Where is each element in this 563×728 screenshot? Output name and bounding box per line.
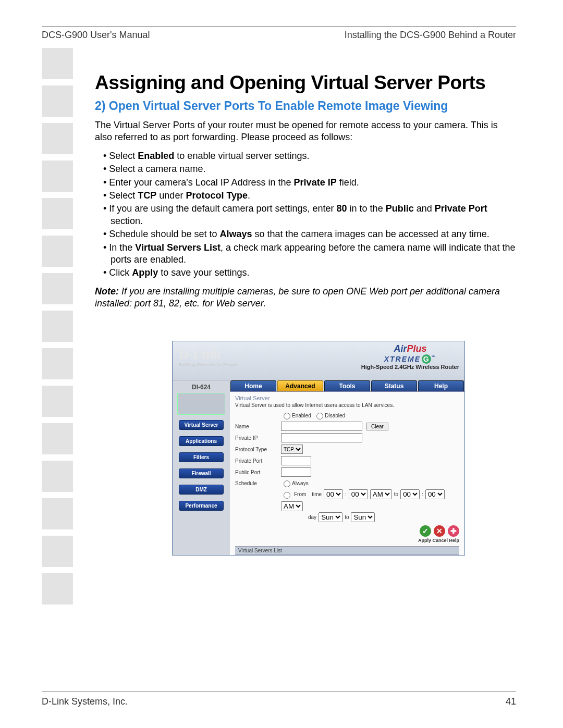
side-btn-performance[interactable]: Performance bbox=[179, 501, 224, 511]
instruction-list: Select Enabled to enable virtual server … bbox=[95, 150, 516, 279]
protocol-label: Protocol Type bbox=[235, 447, 281, 452]
side-btn-virtual-server[interactable]: Virtual Server bbox=[179, 420, 224, 430]
router-model: DI-624 bbox=[177, 384, 226, 391]
router-image bbox=[177, 393, 225, 415]
day-from[interactable]: Sun bbox=[319, 512, 342, 522]
panel-title: Virtual Server bbox=[235, 395, 459, 401]
list-item: Select a camera name. bbox=[111, 163, 516, 175]
vsl-columns: Name Private IP Protocol Schedule bbox=[235, 555, 459, 556]
help-label: Help bbox=[449, 538, 459, 543]
tab-home[interactable]: Home bbox=[230, 380, 276, 391]
radio-disabled[interactable] bbox=[316, 413, 323, 419]
tab-status[interactable]: Status bbox=[371, 380, 417, 391]
help-icon[interactable]: ✚ bbox=[448, 525, 459, 537]
from-hour[interactable]: 00 bbox=[324, 489, 343, 499]
page-number: 41 bbox=[506, 696, 516, 707]
tab-tools[interactable]: Tools bbox=[324, 380, 370, 391]
section-heading: 2) Open Virtual Server Ports To Enable R… bbox=[95, 99, 516, 113]
day-to[interactable]: Sun bbox=[351, 512, 375, 522]
vsl-title: Virtual Servers List bbox=[235, 546, 459, 555]
from-min[interactable]: 00 bbox=[349, 489, 368, 499]
to-hour[interactable]: 00 bbox=[400, 489, 420, 499]
footer-left: D-Link Systems, Inc. bbox=[42, 696, 128, 707]
list-item: In the Virtual Servers List, a check mar… bbox=[111, 242, 516, 266]
decorative-squares bbox=[42, 48, 73, 604]
side-btn-firewall[interactable]: Firewall bbox=[179, 468, 224, 478]
list-item: Schedule should be set to Always so that… bbox=[111, 228, 516, 240]
cancel-icon[interactable]: ✕ bbox=[434, 525, 445, 537]
panel-description: Virtual Server is used to allow Internet… bbox=[235, 402, 459, 408]
router-sidebar: DI-624 Virtual Server Applications Filte… bbox=[173, 380, 230, 556]
private-ip-label: Private IP bbox=[235, 435, 281, 441]
radio-always[interactable] bbox=[284, 480, 290, 487]
intro-paragraph: The Virtual Server Ports of your router … bbox=[95, 119, 516, 144]
to-ampm[interactable]: AM bbox=[281, 501, 303, 511]
tab-help[interactable]: Help bbox=[418, 380, 464, 391]
from-ampm[interactable]: AM bbox=[370, 489, 392, 499]
product-brand: AirPlus XTREMEG™ High-Speed 2.4GHz Wirel… bbox=[361, 343, 459, 370]
header-right: Installing the DCS-G900 Behind a Router bbox=[345, 30, 516, 41]
side-btn-applications[interactable]: Applications bbox=[179, 436, 224, 446]
private-port-input[interactable] bbox=[281, 456, 311, 465]
list-item: Select Enabled to enable virtual server … bbox=[111, 150, 516, 162]
router-screenshot: D-Link Building Networks for People AirP… bbox=[172, 341, 465, 556]
private-port-label: Private Port bbox=[235, 458, 281, 464]
page-title: Assigning and Opening Virtual Server Por… bbox=[95, 72, 516, 94]
name-input[interactable] bbox=[281, 422, 362, 431]
public-port-input[interactable] bbox=[281, 467, 311, 477]
note-paragraph: Note: If you are installing multiple cam… bbox=[95, 286, 516, 310]
to-min[interactable]: 00 bbox=[425, 489, 445, 499]
side-btn-dmz[interactable]: DMZ bbox=[179, 485, 224, 495]
list-item: Select TCP under Protocol Type. bbox=[111, 190, 516, 202]
cancel-label: Cancel bbox=[432, 538, 448, 543]
radio-from[interactable] bbox=[284, 492, 290, 499]
tab-advanced[interactable]: Advanced bbox=[277, 380, 323, 391]
protocol-select[interactable]: TCP bbox=[281, 445, 303, 454]
side-btn-filters[interactable]: Filters bbox=[179, 452, 224, 462]
name-label: Name bbox=[235, 424, 281, 429]
list-item: Click Apply to save your settings. bbox=[111, 267, 516, 279]
apply-icon[interactable]: ✓ bbox=[420, 525, 431, 537]
list-item: If you are using the default camera port… bbox=[111, 203, 516, 227]
private-ip-input[interactable] bbox=[281, 433, 362, 442]
dlink-logo: D-Link Building Networks for People bbox=[179, 347, 237, 367]
list-item: Enter your camera's Local IP Address in … bbox=[111, 177, 516, 189]
radio-enabled[interactable] bbox=[284, 413, 290, 419]
clear-button[interactable]: Clear bbox=[366, 423, 388, 430]
apply-label: Apply bbox=[418, 538, 431, 543]
public-port-label: Public Port bbox=[235, 470, 281, 475]
schedule-label: Schedule bbox=[235, 480, 281, 486]
header-left: DCS-G900 User's Manual bbox=[42, 30, 150, 41]
